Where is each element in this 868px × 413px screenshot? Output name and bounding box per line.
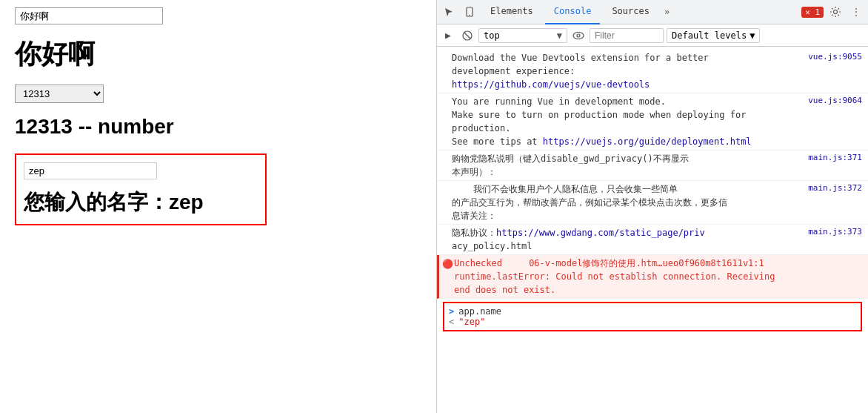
number-display: 12313 -- number [15, 115, 421, 139]
number-select-wrapper: 12313 [15, 85, 421, 103]
eye-icon[interactable] [570, 27, 587, 44]
svg-line-4 [464, 33, 470, 39]
svg-point-5 [573, 32, 584, 39]
svg-point-2 [834, 10, 838, 14]
devtools-panel: Elements Console Sources » ✕ 1 ⋮ ▶ [437, 0, 868, 413]
tab-console[interactable]: Console [545, 0, 601, 24]
filter-input[interactable] [590, 28, 664, 43]
devtools-toolbar: ▶ top ▼ Default levels ▼ [437, 24, 868, 47]
mobile-icon[interactable] [461, 3, 478, 21]
tab-elements[interactable]: Elements [481, 0, 542, 24]
console-line: 隐私协议：https://www.gwdang.com/static_page/… [437, 225, 868, 255]
name-input[interactable] [24, 162, 157, 179]
tab-sources[interactable]: Sources [603, 0, 658, 24]
console-command-line: > app.name [449, 306, 856, 317]
console-line: You are running Vue in development mode.… [437, 93, 868, 151]
console-source[interactable]: main.js:373 [808, 226, 862, 239]
deployment-link[interactable]: https://vuejs.org/guide/deployment.html [543, 136, 752, 147]
devtools-topbar: Elements Console Sources » ✕ 1 ⋮ [437, 0, 868, 24]
clear-icon[interactable] [459, 27, 475, 44]
console-line: 购物党隐私说明（键入disable_gwd_privacy()不再显示 本声明）… [437, 151, 868, 181]
number-select[interactable]: 12313 [15, 85, 104, 103]
result-prompt: < [449, 317, 454, 327]
console-input-area: > app.name < "zep" [443, 302, 862, 331]
console-output: Download the Vue Devtools extension for … [437, 47, 868, 413]
more-tabs-icon[interactable]: » [661, 7, 672, 17]
left-panel: 你好啊 12313 12313 -- number 您输入的名字：zep [0, 0, 437, 413]
console-result-line: < "zep" [449, 317, 856, 327]
settings-icon[interactable] [827, 3, 844, 21]
command-prompt: > [449, 306, 454, 317]
devtools-link[interactable]: https://github.com/vuejs/vue-devtools [452, 79, 650, 90]
error-close-icon: ✕ [805, 7, 810, 17]
console-result: "zep" [458, 317, 485, 327]
svg-point-6 [577, 34, 580, 37]
execute-icon[interactable]: ▶ [440, 27, 456, 44]
levels-label: Default levels [672, 30, 747, 41]
name-box: 您输入的名字：zep [15, 153, 267, 225]
console-error-line: 🔴 Unchecked 06-v-model修饰符的使用.htm…ueo0f96… [437, 255, 868, 299]
console-line: 我们不会收集用户个人隐私信息，只会收集一些简单 的产品交互行为，帮助改善产品，例… [437, 181, 868, 225]
console-command: app.name [458, 306, 501, 317]
console-source[interactable]: main.js:372 [808, 182, 862, 195]
heading-zh: 你好啊 [15, 36, 421, 73]
name-display: 您输入的名字：zep [24, 188, 258, 217]
error-circle-icon: 🔴 [442, 257, 453, 271]
console-source[interactable]: vue.js:9064 [808, 95, 862, 108]
context-arrow-icon: ▼ [557, 30, 562, 41]
levels-selector[interactable]: Default levels ▼ [667, 28, 760, 43]
levels-arrow-icon: ▼ [750, 30, 755, 41]
more-options-icon[interactable]: ⋮ [847, 3, 865, 21]
console-source[interactable]: vue.js:9055 [808, 51, 862, 64]
cursor-icon[interactable] [440, 3, 458, 21]
console-line: Download the Vue Devtools extension for … [437, 50, 868, 93]
console-source[interactable]: main.js:371 [808, 152, 862, 165]
privacy-link[interactable]: https://www.gwdang.com/static_page/priv [496, 228, 705, 238]
context-label: top [484, 30, 500, 41]
text-input[interactable] [15, 7, 163, 24]
svg-point-1 [469, 15, 470, 16]
error-badge[interactable]: ✕ 1 [801, 7, 824, 18]
context-selector[interactable]: top ▼ [478, 28, 567, 43]
